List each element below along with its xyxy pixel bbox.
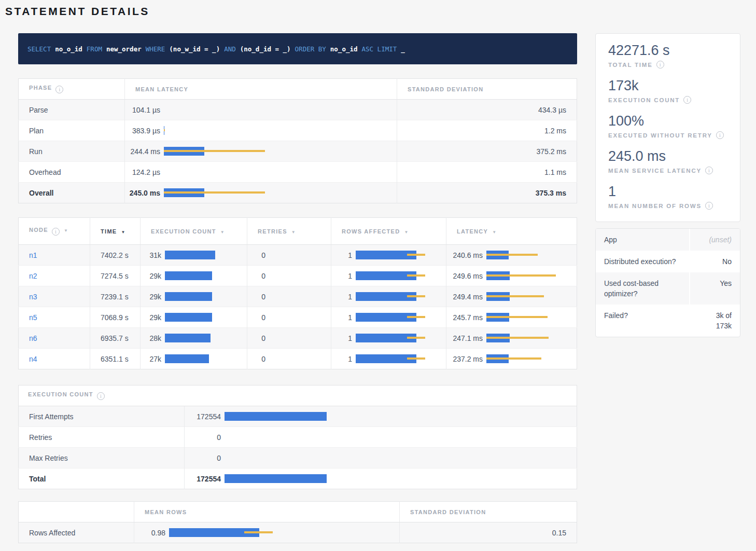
stat-label: MEAN NUMBER OF ROWS [608,203,702,209]
rows-affected-bar [356,354,428,363]
info-icon[interactable]: i [55,86,63,93]
time-value: 7068.9 s [90,307,141,328]
rows-affected-value: 1 [331,293,352,301]
exec-row-label: First Attempts [19,406,185,427]
col-header-mean-latency: MEAN LATENCY [125,79,397,100]
time-value: 7274.5 s [90,266,141,286]
latency-value: 240.6 ms [446,251,483,259]
sql-keyword: FROM [87,45,102,53]
sql-statement-box: SELECT no_o_id FROM new_order WHERE (no_… [18,33,577,64]
col-label: PHASE [29,85,52,91]
table-row-total: Total 172554 [19,469,577,489]
info-icon[interactable]: i [97,392,105,400]
latency-bar [486,292,559,301]
rows-affected-header-row: MEAN ROWS STANDARD DEVIATION [19,502,577,522]
execution-count-table: EXECUTION COUNTi First Attempts 172554 R… [18,385,577,489]
latency-value: 245.7 ms [446,313,483,322]
col-header-execution-count[interactable]: EXECUTION COUNT▼ [141,218,247,245]
latency-bar [486,313,559,322]
col-header-mean-rows: MEAN ROWS [134,502,400,522]
col-header-rows-affected[interactable]: ROWS AFFECTED▼ [331,218,446,245]
node-link[interactable]: n2 [19,266,90,286]
stat-label: TOTAL TIME [608,62,653,68]
time-value: 6935.7 s [90,328,141,349]
stat-label: EXECUTION COUNT [608,97,680,103]
execution-count-bar [165,334,217,342]
info-icon[interactable]: i [716,131,724,139]
std-dev-value: 375.3 ms [397,183,577,203]
rows-affected-value: 1 [331,355,352,363]
retries-value: 0 [247,334,265,342]
exec-count-value: 0 [185,454,221,462]
stat-mean-service-latency: 245.0 ms MEAN SERVICE LATENCYi [608,148,727,174]
execution-count-value: 29k [141,313,161,322]
table-row: Retries 0 [19,427,577,448]
col-header-retries[interactable]: RETRIES▼ [247,218,331,245]
info-icon[interactable]: i [656,61,664,68]
time-value: 7402.2 s [90,245,141,266]
table-row: Plan 383.9 µs 1.2 ms [19,120,577,141]
latency-bar [486,271,559,280]
table-row: n5 7068.9 s 29k 0 1 245.7 ms [19,307,577,328]
stat-executed-without-retry: 100% EXECUTED WITHOUT RETRYi [608,113,727,139]
attribute-label: App [596,229,690,251]
col-header-node[interactable]: NODEi▼ [19,218,90,245]
col-header-latency[interactable]: LATENCY▼ [446,218,577,245]
node-stats-table: NODEi▼ TIME▼ EXECUTION COUNT▼ RETRIES▼ R… [18,217,577,369]
rows-affected-bar [356,313,428,322]
table-row: Overhead 124.2 µs 1.1 ms [19,162,577,183]
attribute-row-failed: Failed? 3k of 173k [596,305,740,337]
table-row-overall: Overall 245.0 ms 375.3 ms [19,183,577,203]
std-dev-value: 375.2 ms [397,141,577,162]
summary-column: 42271.6 s TOTAL TIMEi 173k EXECUTION COU… [595,33,740,543]
phase-name: Plan [19,120,125,141]
time-value: 6351.1 s [90,349,141,369]
col-label: TIME [101,228,117,235]
attribute-value: No [690,251,740,272]
node-link[interactable]: n5 [19,307,90,328]
node-link[interactable]: n6 [19,328,90,349]
retries-bar [269,334,321,342]
table-row: Run 244.4 ms 375.2 ms [19,141,577,162]
info-icon[interactable]: i [705,202,713,210]
attribute-row-distributed-execution: Distributed execution? No [596,251,740,272]
latency-value: 237.2 ms [446,355,483,363]
info-icon[interactable]: i [52,228,60,236]
phase-name: Parse [19,100,125,120]
statement-attributes-card: App (unset) Distributed execution? No Us… [595,228,740,337]
node-link[interactable]: n1 [19,245,90,266]
stat-label: EXECUTED WITHOUT RETRY [608,132,712,139]
stat-execution-count: 173k EXECUTION COUNTi [608,77,727,104]
rows-affected-value: 1 [331,272,352,280]
execution-count-bar [165,313,217,322]
retries-value: 0 [247,293,265,301]
col-label: STANDARD DEVIATION [410,509,486,515]
exec-count-bar [225,433,328,442]
info-icon[interactable]: i [705,167,713,174]
rows-affected-table: MEAN ROWS STANDARD DEVIATION Rows Affect… [18,501,577,543]
retries-bar [269,251,321,259]
mean-latency-value: 244.4 ms [125,147,160,156]
rows-affected-value: 1 [331,251,352,259]
col-header-standard-deviation: STANDARD DEVIATION [397,79,577,100]
info-icon[interactable]: i [683,96,691,104]
col-header-blank [19,502,134,522]
rows-affected-value: 1 [331,313,352,322]
stat-value: 42271.6 s [608,42,727,59]
sql-identifier: new_order [106,45,142,53]
sort-desc-icon: ▼ [492,230,496,235]
col-header-standard-deviation: STANDARD DEVIATION [400,502,577,522]
sql-keyword: SELECT [27,45,51,53]
page-title: STATEMENT DETAILS [5,5,756,18]
std-dev-value: 0.15 [400,522,577,543]
retries-value: 0 [247,251,265,259]
sort-desc-icon: ▼ [291,230,296,235]
col-label: EXECUTION COUNT [151,228,216,235]
summary-stats-card: 42271.6 s TOTAL TIMEi 173k EXECUTION COU… [595,33,740,222]
col-header-time[interactable]: TIME▼ [90,218,141,245]
node-link[interactable]: n3 [19,286,90,307]
execution-count-value: 27k [141,355,161,363]
node-link[interactable]: n4 [19,349,90,369]
execution-count-bar [165,271,217,280]
latency-bar [486,334,559,342]
